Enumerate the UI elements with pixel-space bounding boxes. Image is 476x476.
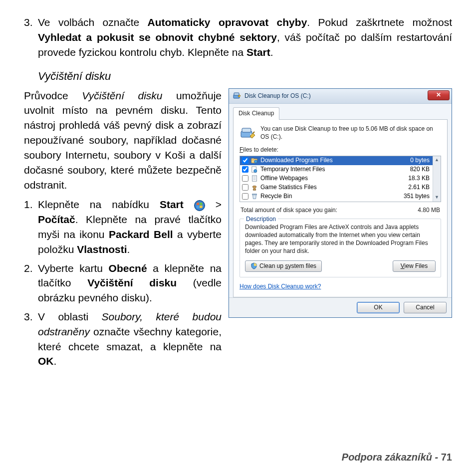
file-checkbox[interactable] bbox=[242, 184, 248, 191]
step-number: 2. bbox=[24, 261, 38, 305]
svg-rect-6 bbox=[251, 158, 254, 160]
file-row[interactable]: Offline Webpages18.3 KB bbox=[240, 174, 433, 183]
gain-value: 4.80 MB bbox=[418, 206, 440, 215]
page-icon bbox=[250, 175, 258, 183]
close-button[interactable]: ✕ bbox=[428, 90, 450, 100]
tab-panel: You can use Disk Cleanup to free up to 5… bbox=[233, 119, 448, 297]
dialog-title: Disk Cleanup for OS (C:) bbox=[244, 92, 311, 100]
step-number: 3. bbox=[24, 309, 38, 369]
file-row[interactable]: Temporary Internet Files820 KB bbox=[240, 165, 433, 174]
step-number: 1. bbox=[24, 197, 38, 256]
disk-cleanup-icon bbox=[233, 91, 241, 100]
step-3: 3. V oblasti Soubory, které budou odstra… bbox=[24, 309, 222, 369]
page-footer: Podpora zákazníků - 71 bbox=[342, 450, 452, 464]
footer-label: Podpora zákazníků - bbox=[342, 452, 438, 463]
intro-text: You can use Disk Cleanup to free up to 5… bbox=[260, 125, 441, 142]
file-size: 18.3 KB bbox=[400, 174, 433, 183]
file-size: 2.61 KB bbox=[400, 183, 433, 192]
description-group: Description Downloaded Program Files are… bbox=[239, 219, 441, 277]
windows-start-icon bbox=[194, 200, 205, 211]
file-name: Recycle Bin bbox=[260, 192, 400, 201]
files-to-delete-label: Files to delete: bbox=[239, 146, 441, 154]
folder-globe-icon bbox=[250, 157, 258, 165]
files-listbox[interactable]: Downloaded Program Files0 bytesTemporary… bbox=[239, 156, 441, 202]
file-name: Temporary Internet Files bbox=[260, 165, 400, 174]
view-files-button[interactable]: View Files bbox=[393, 260, 436, 272]
step-text: V oblasti Soubory, které budou odstraněn… bbox=[38, 309, 222, 369]
svg-rect-1 bbox=[234, 93, 239, 95]
file-checkbox[interactable] bbox=[242, 166, 248, 173]
file-row[interactable]: Game Statistics Files2.61 KB bbox=[240, 183, 433, 192]
svg-rect-14 bbox=[252, 194, 257, 195]
scroll-down-icon[interactable]: ▼ bbox=[433, 194, 441, 202]
chess-icon bbox=[250, 184, 258, 192]
tab-disk-cleanup[interactable]: Disk Cleanup bbox=[233, 107, 279, 120]
svg-rect-3 bbox=[242, 128, 251, 132]
file-checkbox[interactable] bbox=[242, 157, 248, 164]
step-text: Ve volbách označte Automaticky opravovat… bbox=[38, 15, 452, 59]
svg-point-9 bbox=[254, 169, 257, 172]
file-checkbox[interactable] bbox=[242, 193, 248, 200]
gain-label: Total amount of disk space you gain: bbox=[240, 206, 337, 215]
subheading-disk-cleanup: Vyčištění disku bbox=[38, 68, 452, 84]
description-text: Downloaded Program Files are ActiveX con… bbox=[245, 223, 436, 255]
scroll-up-icon[interactable]: ▲ bbox=[433, 156, 441, 164]
step-3-top: 3. Ve volbách označte Automaticky opravo… bbox=[24, 15, 452, 59]
description-legend: Description bbox=[244, 215, 278, 224]
file-name: Game Statistics Files bbox=[260, 183, 400, 192]
step-1: 1. Klepněte na nabídku Start > Počítač. … bbox=[24, 197, 222, 256]
dialog-titlebar[interactable]: Disk Cleanup for OS (C:) ✕ bbox=[229, 89, 452, 104]
file-name: Downloaded Program Files bbox=[260, 156, 400, 165]
disk-cleanup-dialog: Disk Cleanup for OS (C:) ✕ Disk Cleanup bbox=[229, 88, 452, 318]
step-2: 2. Vyberte kartu Obecné a klepněte na tl… bbox=[24, 261, 222, 305]
file-checkbox[interactable] bbox=[242, 175, 248, 182]
bin-icon bbox=[250, 193, 258, 201]
svg-point-7 bbox=[254, 160, 257, 163]
file-name: Offline Webpages bbox=[260, 174, 400, 183]
file-row[interactable]: Recycle Bin351 bytes bbox=[240, 192, 433, 201]
step-number: 3. bbox=[24, 15, 38, 59]
file-size: 351 bytes bbox=[400, 192, 433, 201]
dialog-footer: OK Cancel bbox=[229, 297, 452, 317]
file-size: 820 KB bbox=[400, 165, 433, 174]
step-text: Klepněte na nabídku Start > Počítač. Kle… bbox=[38, 197, 222, 256]
cleanup-system-files-button[interactable]: Clean up system files bbox=[245, 260, 322, 272]
cancel-button[interactable]: Cancel bbox=[404, 302, 447, 313]
page-globe-icon bbox=[250, 166, 258, 174]
shield-icon bbox=[250, 262, 257, 269]
file-size: 0 bytes bbox=[400, 156, 433, 165]
how-does-disk-cleanup-work-link[interactable]: How does Disk Cleanup work? bbox=[239, 283, 321, 290]
close-icon: ✕ bbox=[436, 91, 441, 99]
harddisk-brush-icon bbox=[239, 125, 256, 142]
file-row[interactable]: Downloaded Program Files0 bytes bbox=[240, 156, 433, 165]
step-text: Vyberte kartu Obecné a klepněte na tlačí… bbox=[38, 261, 222, 305]
scrollbar[interactable]: ▲ ▼ bbox=[433, 156, 441, 202]
ok-button[interactable]: OK bbox=[357, 302, 400, 313]
